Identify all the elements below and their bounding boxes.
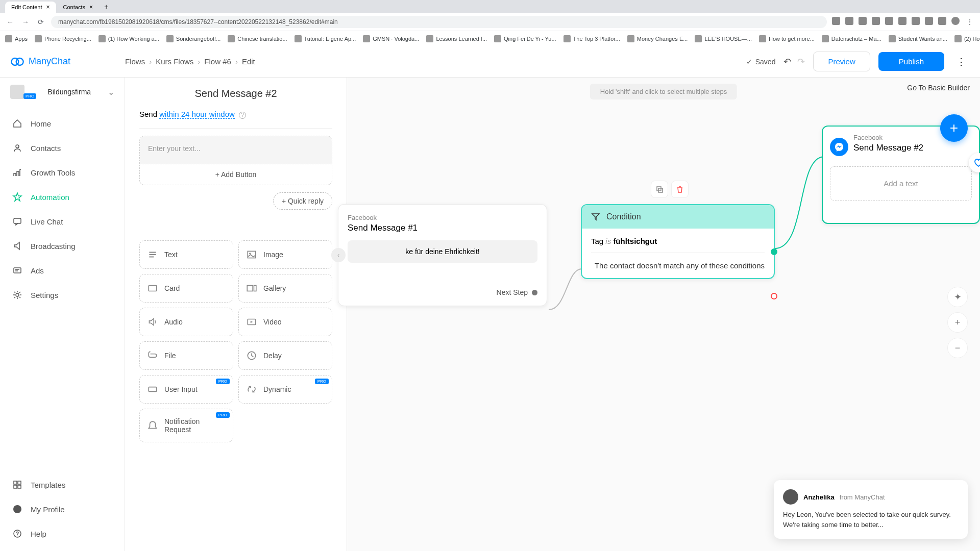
auto-arrange-button[interactable]: ✦ [947,287,968,307]
content-block-audio[interactable]: Audio [139,308,233,336]
zoom-in-button[interactable]: + [947,312,968,333]
delete-button[interactable] [671,181,689,198]
block-label: User Input [164,385,198,393]
profile-icon [12,504,22,514]
text-block[interactable]: Enter your text... + Add Button [139,136,332,185]
content-block-card[interactable]: Card [139,274,233,303]
bookmark-item[interactable]: Qing Fei De Yi - Yu... [494,35,556,42]
extension-icon[interactable] [938,17,946,25]
extension-icon[interactable] [872,17,880,25]
sidebar-item-broadcasting[interactable]: Broadcasting [0,234,125,258]
extension-icon[interactable] [925,17,933,25]
redo-button[interactable]: ↷ [797,56,805,67]
bookmark-item[interactable]: LEE'S HOUSE—... [695,35,752,42]
quick-reply-button[interactable]: + Quick reply [273,192,332,210]
bookmark-item[interactable]: (1) How Working a... [99,35,159,42]
sidebar-item-live-chat[interactable]: Live Chat [0,209,125,234]
undo-button[interactable]: ↶ [783,56,791,67]
content-block-notification-request[interactable]: Notification RequestPRO [139,409,233,442]
goto-basic-button[interactable]: Go To Basic Builder [907,84,970,92]
output-port-true[interactable] [771,248,777,255]
chat-popup[interactable]: Anzhelika from ManyChat Hey Leon, You've… [774,480,968,539]
sidebar-item-ads[interactable]: Ads [0,258,125,283]
more-menu-button[interactable]: ⋮ [952,56,970,67]
breadcrumb-item[interactable]: Flows [125,57,145,66]
content-block-dynamic[interactable]: DynamicPRO [238,375,332,404]
bookmark-label: Qing Fei De Yi - Yu... [504,36,556,42]
bookmark-item[interactable]: Student Wants an... [889,35,947,42]
output-port-false[interactable] [771,293,777,299]
message-text-input[interactable]: Enter your text... [140,136,332,164]
bookmark-icon [295,35,302,42]
bookmark-icon [5,35,12,42]
breadcrumb: Flows › Kurs Flows › Flow #6 › Edit [125,57,255,66]
menu-icon[interactable]: ⋮ [965,17,975,27]
content-block-gallery[interactable]: Gallery [238,274,332,303]
content-block-image[interactable]: Image [238,240,332,269]
svg-rect-7 [18,481,21,484]
browser-tab[interactable]: Contacts × [57,2,99,13]
collapse-button[interactable]: ‹ [331,248,346,262]
new-tab-button[interactable]: + [100,1,112,13]
breadcrumb-item[interactable]: Kurs Flows [156,57,193,66]
send-window-link[interactable]: within 24 hour window [159,110,235,119]
reload-button[interactable]: ⟳ [36,17,46,27]
preview-button[interactable]: Preview [813,52,870,71]
extension-icon[interactable] [885,17,893,25]
output-port[interactable] [532,290,537,295]
chevron-right-icon: › [235,57,238,66]
extension-icon[interactable] [832,17,840,25]
bookmark-item[interactable]: Lessons Learned f... [426,35,487,42]
bookmark-item[interactable]: Phone Recycling... [35,35,91,42]
close-icon[interactable]: × [89,4,93,11]
bookmark-item[interactable]: Datenschutz – Ma... [822,35,881,42]
close-icon[interactable]: × [46,4,50,11]
extension-icon[interactable] [912,17,920,25]
bookmark-item[interactable]: Tutorial: Eigene Ap... [295,35,356,42]
sidebar-item-growth-tools[interactable]: Growth Tools [0,160,125,185]
bookmark-item[interactable]: Chinese translatio... [228,35,287,42]
sidebar-item-templates[interactable]: Templates [0,472,125,497]
url-input[interactable]: manychat.com/fb198150208192061​8/cms/fil… [51,16,827,28]
zoom-out-button[interactable]: − [947,338,968,358]
content-block-delay[interactable]: Delay [238,341,332,370]
flow-node-message-1[interactable]: ‹ Facebook Send Message #1 ke für deine … [338,204,547,306]
add-button[interactable]: + Add Button [140,164,332,185]
flow-node-condition[interactable]: Condition Tag is fühltsichgut The contac… [581,204,775,279]
extension-icon[interactable] [845,17,853,25]
back-button[interactable]: ← [5,17,15,27]
sidebar-item-home[interactable]: Home [0,111,125,136]
browser-tab-active[interactable]: Edit Content × [5,2,56,13]
bookmark-item[interactable]: The Top 3 Platfor... [564,35,620,42]
extension-icon[interactable] [898,17,906,25]
bookmark-item[interactable]: GMSN · Vologda... [363,35,419,42]
publish-button[interactable]: Publish [878,52,944,71]
content-block-user-input[interactable]: User InputPRO [139,375,233,404]
sidebar-item-contacts[interactable]: Contacts [0,136,125,160]
info-icon[interactable]: ? [239,112,246,119]
add-text-placeholder[interactable]: Add a text [830,166,972,201]
bookmark-label: (2) How To Add A... [964,36,980,42]
bookmark-item[interactable]: (2) How To Add A... [954,35,980,42]
breadcrumb-item[interactable]: Flow #6 [204,57,231,66]
sidebar-item-my-profile[interactable]: My Profile [0,497,125,521]
extension-icon[interactable] [859,17,867,25]
content-block-video[interactable]: Video [238,308,332,336]
sidebar-item-help[interactable]: Help [0,521,125,546]
bookmark-item[interactable]: Sonderangebot!... [166,35,220,42]
bookmark-item[interactable]: How to get more... [759,35,815,42]
add-step-button[interactable]: + [940,114,968,142]
svg-rect-16 [247,286,253,291]
profile-icon[interactable] [951,17,960,25]
content-block-file[interactable]: File [139,341,233,370]
sidebar-item-automation[interactable]: Automation [0,185,125,209]
bookmark-item[interactable]: Apps [5,35,28,42]
bookmark-item[interactable]: Money Changes E... [627,35,688,42]
input-icon [147,384,158,395]
content-block-text[interactable]: Text [139,240,233,269]
duplicate-button[interactable] [651,181,668,198]
sidebar-item-settings[interactable]: Settings [0,283,125,307]
forward-button[interactable]: → [20,17,31,27]
block-label: Card [164,284,180,292]
workspace-selector[interactable]: PRO Bildungsfirma ⌄ [0,78,125,106]
